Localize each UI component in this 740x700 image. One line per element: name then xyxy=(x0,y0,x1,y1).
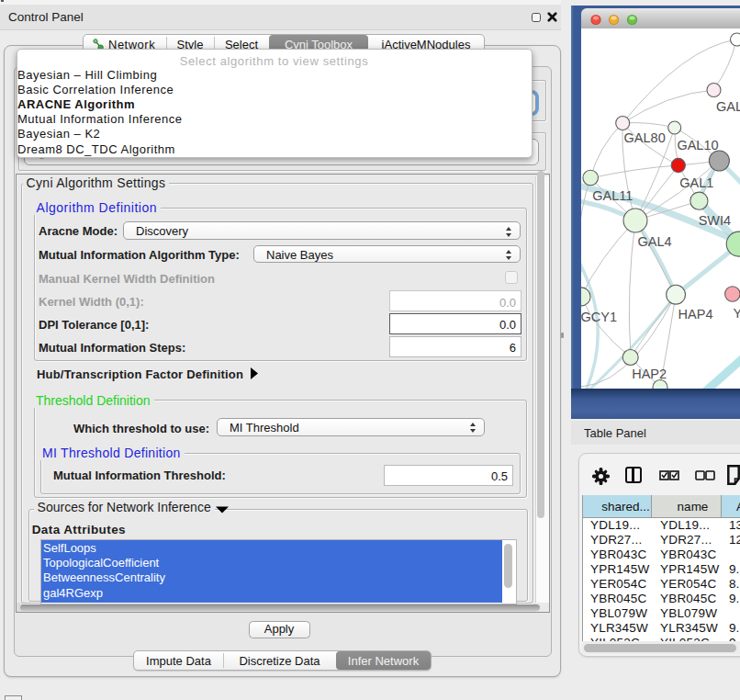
svg-text:GAL4: GAL4 xyxy=(638,234,672,249)
svg-text:GAL1: GAL1 xyxy=(679,175,713,190)
svg-text:GCY1: GCY1 xyxy=(581,310,617,324)
svg-text:HAP2: HAP2 xyxy=(632,367,667,381)
svg-text:GAL10: GAL10 xyxy=(677,138,718,152)
svg-text:Y: Y xyxy=(733,306,740,321)
svg-text:SWI4: SWI4 xyxy=(699,213,731,228)
svg-text:GAL: GAL xyxy=(716,99,740,114)
svg-text:HAP4: HAP4 xyxy=(678,307,713,322)
svg-text:GAL11: GAL11 xyxy=(592,188,633,203)
svg-text:GAL80: GAL80 xyxy=(624,130,666,145)
